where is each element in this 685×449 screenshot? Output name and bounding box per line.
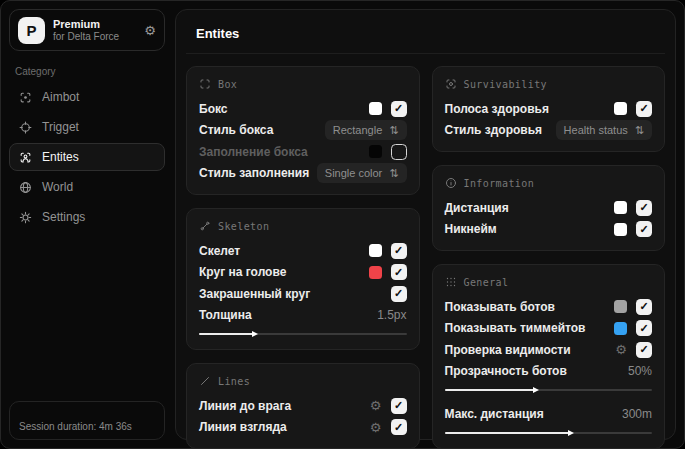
checkbox[interactable]: ✓: [391, 398, 407, 414]
slider-thumb[interactable]: [533, 387, 539, 393]
checkbox[interactable]: ✓: [636, 342, 652, 358]
check-icon: ✓: [639, 344, 648, 355]
checkbox[interactable]: ✓: [391, 286, 407, 302]
app-logo: P: [18, 17, 45, 44]
slider-thumb[interactable]: [252, 331, 258, 337]
health-style-dropdown[interactable]: Health status ⇅: [556, 120, 652, 140]
sidebar-item-label: World: [42, 180, 73, 194]
color-swatch[interactable]: [369, 145, 382, 158]
row-max-distance: Макс. дистанция 300m: [445, 403, 653, 425]
row-distance: Дистанция ✓: [445, 197, 653, 219]
skeleton-icon: [199, 220, 211, 232]
sidebar-item-settings[interactable]: Settings: [9, 203, 165, 231]
right-column: Survivability Полоса здоровья ✓ Стиль зд…: [432, 66, 666, 449]
sidebar-item-label: Settings: [42, 210, 85, 224]
updown-icon: ⇅: [635, 125, 644, 136]
brand-text: Premium for Delta Force: [53, 18, 119, 43]
row-visibility-check: Проверка видимости ⚙ ✓: [445, 339, 653, 361]
trigger-icon: [19, 121, 32, 134]
line-settings-gear-icon[interactable]: ⚙: [370, 421, 382, 434]
checkbox[interactable]: ✓: [636, 101, 652, 117]
session-card: Session duration: 4m 36s: [9, 401, 165, 440]
general-icon: [445, 276, 457, 288]
row-box: Бокс ✓: [199, 98, 407, 120]
row-view-line: Линия взгляда ⚙ ✓: [199, 417, 407, 439]
panel-box: Box Бокс ✓ Стиль бокса Rectangle ⇅: [186, 66, 420, 195]
panel-skeleton-header: Skeleton: [199, 220, 407, 232]
row-box-fill: Заполнение бокса ✓: [199, 141, 407, 163]
row-skeleton: Скелет ✓: [199, 240, 407, 262]
brand-title: Premium: [53, 18, 119, 31]
updown-icon: ⇅: [389, 168, 398, 179]
box-icon: [199, 78, 211, 90]
page-title: Entites: [186, 20, 665, 54]
thickness-value: 1.5px: [377, 308, 406, 322]
sidebar: P Premium for Delta Force ⚙ Category Aim…: [1, 1, 173, 448]
sidebar-item-trigget[interactable]: Trigget: [9, 113, 165, 141]
line-settings-gear-icon[interactable]: ⚙: [370, 399, 382, 412]
check-icon: ✓: [394, 288, 403, 299]
panel-general: General Показывать ботов ✓ Показывать ти…: [432, 264, 666, 449]
sidebar-item-world[interactable]: World: [9, 173, 165, 201]
checkbox[interactable]: ✓: [391, 419, 407, 435]
color-swatch[interactable]: [614, 223, 627, 236]
color-swatch[interactable]: [614, 300, 627, 313]
checkbox[interactable]: ✓: [636, 320, 652, 336]
color-swatch[interactable]: [614, 322, 627, 335]
check-icon: ✓: [639, 103, 648, 114]
slider-thumb[interactable]: [568, 430, 574, 436]
check-icon: ✓: [639, 202, 648, 213]
lines-icon: [199, 375, 211, 387]
panel-lines: Lines Линия до врага ⚙ ✓ Линия взгляда ⚙: [186, 363, 420, 449]
category-label: Category: [15, 66, 159, 77]
row-bot-opacity: Прозрачность ботов 50%: [445, 361, 653, 383]
checkbox[interactable]: ✓: [391, 243, 407, 259]
fill-style-dropdown[interactable]: Single color ⇅: [317, 163, 407, 183]
color-swatch[interactable]: [369, 266, 382, 279]
panel-skeleton: Skeleton Скелет ✓ Круг на голове ✓: [186, 208, 420, 350]
row-head-circle: Круг на голове ✓: [199, 262, 407, 284]
check-icon: ✓: [639, 224, 648, 235]
checkbox[interactable]: ✓: [391, 101, 407, 117]
brand-card: P Premium for Delta Force ⚙: [9, 9, 165, 51]
checkbox[interactable]: ✓: [391, 264, 407, 280]
entities-icon: [19, 151, 32, 164]
color-swatch[interactable]: [369, 102, 382, 115]
bot-opacity-slider[interactable]: [445, 389, 653, 391]
visibility-settings-gear-icon[interactable]: ⚙: [615, 343, 627, 356]
panel-survivability: Survivability Полоса здоровья ✓ Стиль зд…: [432, 66, 666, 152]
checkbox[interactable]: ✓: [636, 221, 652, 237]
row-show-teammates: Показывать тиммейтов ✓: [445, 318, 653, 340]
gear-icon[interactable]: ⚙: [144, 23, 156, 38]
check-icon: ✓: [394, 103, 403, 114]
panel-survivability-header: Survivability: [445, 78, 653, 90]
color-swatch[interactable]: [614, 102, 627, 115]
check-icon: ✓: [394, 245, 403, 256]
row-fill-style: Стиль заполнения Single color ⇅: [199, 163, 407, 185]
brand-subtitle: for Delta Force: [53, 31, 119, 43]
box-style-dropdown[interactable]: Rectangle ⇅: [325, 120, 407, 140]
world-icon: [19, 181, 32, 194]
row-nickname: Никнейм ✓: [445, 219, 653, 241]
left-column: Box Бокс ✓ Стиль бокса Rectangle ⇅: [186, 66, 420, 449]
panel-information: Information Дистанция ✓ Никнейм ✓: [432, 165, 666, 251]
sidebar-item-aimbot[interactable]: Aimbot: [9, 83, 165, 111]
checkbox[interactable]: ✓: [391, 144, 407, 160]
panel-information-header: Information: [445, 177, 653, 189]
check-icon: ✓: [394, 422, 403, 433]
settings-icon: [19, 211, 32, 224]
check-icon: ✓: [394, 267, 403, 278]
row-enemy-line: Линия до врага ⚙ ✓: [199, 395, 407, 417]
max-distance-slider[interactable]: [445, 432, 653, 434]
information-icon: [445, 177, 457, 189]
thickness-slider[interactable]: [199, 333, 407, 335]
color-swatch[interactable]: [614, 201, 627, 214]
check-icon: ✓: [639, 301, 648, 312]
sidebar-item-label: Aimbot: [42, 90, 79, 104]
sidebar-item-entites[interactable]: Entites: [9, 143, 165, 171]
sidebar-item-label: Entites: [42, 150, 79, 164]
color-swatch[interactable]: [369, 244, 382, 257]
checkbox[interactable]: ✓: [636, 299, 652, 315]
checkbox[interactable]: ✓: [636, 200, 652, 216]
bot-opacity-value: 50%: [628, 364, 652, 378]
